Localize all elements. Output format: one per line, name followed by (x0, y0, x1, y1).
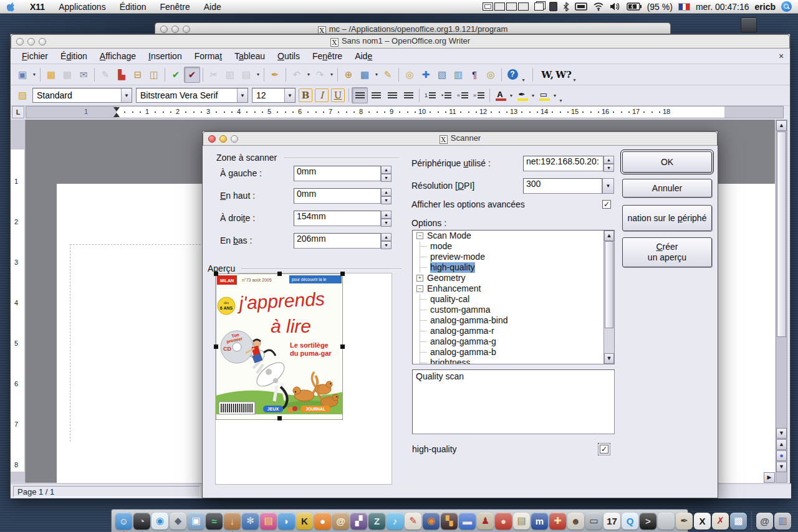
blender-icon[interactable]: ● (314, 513, 331, 530)
writer-menu-affichage[interactable]: Affichage (94, 50, 142, 62)
expand-icon[interactable]: + (416, 275, 423, 282)
volume-icon[interactable] (610, 2, 621, 11)
notes-icon[interactable]: ▤ (513, 513, 530, 530)
tab-type-selector[interactable]: L (12, 106, 24, 118)
quicktime-icon[interactable]: Q (622, 513, 638, 530)
tree-item-high-quality[interactable]: high-quality (413, 262, 614, 273)
scanner-app-icon[interactable]: ▭ (585, 513, 602, 530)
bottom-field-spinner[interactable]: ▲▼ (381, 233, 392, 249)
display-icon[interactable] (575, 2, 587, 12)
numbering-button[interactable]: 1 (422, 87, 438, 103)
menu-fenetre[interactable]: Fenêtre (153, 2, 196, 12)
bluetooth-icon[interactable] (563, 2, 569, 12)
installer-package-icon[interactable]: ↓ (224, 513, 241, 530)
device-info-button[interactable]: nation sur le périphé (622, 205, 712, 231)
underline-button[interactable]: U (331, 88, 345, 102)
dropdown-arrow-icon[interactable]: ▾ (255, 72, 261, 77)
indent-marker[interactable] (113, 107, 120, 117)
insert-table-button[interactable]: ▦ (357, 67, 373, 83)
writer-window-controls[interactable] (11, 38, 51, 45)
toolbox-icon[interactable]: ✚ (549, 513, 566, 530)
navigator-button[interactable]: ✚ (418, 67, 434, 83)
scroll-right-icon[interactable]: ▶ (764, 472, 775, 483)
advanced-options-checkbox[interactable]: ✓ (602, 200, 611, 209)
dashboard-clock-icon[interactable]: ◔ (133, 513, 150, 530)
export-pdf-button[interactable]: ▙ (113, 67, 130, 83)
create-preview-button[interactable]: Créerun aperçu (622, 237, 712, 267)
dropdown-arrow-icon[interactable]: ▾ (508, 93, 514, 98)
left-field-spinner[interactable]: ▲▼ (381, 166, 392, 181)
find-replace-button[interactable]: ◎ (401, 67, 418, 83)
device-spinner[interactable]: ▲▼ (603, 156, 614, 171)
undo-button[interactable]: ↶ (289, 67, 305, 83)
vertical-ruler[interactable]: 12345678 (11, 120, 26, 483)
scrollbar-thumb[interactable] (777, 131, 786, 337)
tree-item-geometry[interactable]: +Geometry (413, 273, 614, 283)
dropdown-arrow-icon[interactable]: ▾ (31, 72, 37, 77)
scroll-up-icon[interactable]: ▲ (776, 120, 787, 131)
workspace-pager[interactable] (483, 2, 529, 11)
writer-menu-tableau[interactable]: Tableau (228, 50, 271, 62)
mc-window-controls[interactable] (155, 26, 195, 33)
selection-handle[interactable] (214, 344, 218, 349)
system-tool-icon[interactable]: ✻ (242, 513, 259, 530)
tree-scrollbar[interactable]: ▲ ▼ (603, 230, 614, 364)
desktop-volume-icon[interactable] (741, 17, 757, 32)
address-book-icon[interactable]: @ (332, 513, 349, 530)
writer-menu-fichier[interactable]: Fichier (16, 50, 54, 62)
tree-item-scan-mode[interactable]: −Scan Mode (413, 230, 614, 241)
top-field-spinner[interactable]: ▲▼ (381, 188, 392, 204)
writer-titlebar[interactable]: XSans nom1 – OpenOffice.org Writer (11, 34, 790, 49)
document-close-icon[interactable]: × (775, 50, 787, 62)
high-quality-checkbox[interactable]: ✓ (600, 445, 608, 454)
ichat-icon[interactable]: ◗ (278, 513, 295, 530)
writer-menu-format[interactable]: Format (188, 50, 228, 62)
tree-item-mode[interactable]: mode (413, 241, 614, 252)
top-field[interactable]: 0mm (294, 188, 381, 204)
font-size-combo-dropdown-icon[interactable]: ▼ (284, 88, 295, 102)
omni-app-icon[interactable]: Z (368, 513, 385, 530)
xcode-icon[interactable]: ◆ (170, 513, 186, 530)
ical-icon[interactable]: 17 (603, 513, 620, 530)
menubar-clock[interactable]: mer. 00:47:16 (696, 2, 749, 12)
collapse-icon[interactable]: − (416, 285, 423, 292)
tree-item-analog-gamma-g[interactable]: analog-gamma-g (413, 336, 614, 347)
paste-button[interactable]: ▤ (238, 67, 254, 83)
left-field[interactable]: 0mm (294, 166, 381, 181)
macro-w1-button[interactable]: W, (539, 67, 555, 83)
toolbar-overflow-icon[interactable]: ▾ (572, 77, 577, 85)
navigation-dot-icon[interactable]: ● (776, 450, 787, 461)
menu-x11[interactable]: X11 (23, 2, 52, 12)
toolbar-overflow-icon[interactable]: ▾ (521, 77, 526, 85)
gimp-icon[interactable]: ☻ (567, 513, 584, 530)
save-button[interactable]: ▦ (59, 67, 75, 83)
draw-functions-button[interactable]: ✎ (380, 67, 396, 83)
zoom-button[interactable]: ◎ (483, 67, 499, 83)
paragraph-style-combo-dropdown-icon[interactable]: ▼ (121, 88, 132, 102)
bullets-button[interactable]: • (438, 87, 454, 103)
terminal-icon[interactable]: > (640, 513, 656, 530)
hyperlink-button[interactable]: ⊕ (340, 67, 357, 83)
paragraph-style-combo[interactable]: Standard▼ (32, 88, 132, 103)
selection-handle[interactable] (340, 272, 345, 276)
right-field[interactable]: 154mm (294, 211, 381, 226)
firefox-icon[interactable]: ◉ (423, 513, 440, 530)
safari-icon[interactable]: ◉ (151, 513, 168, 530)
horizontal-ruler[interactable]: 1123456789101112131415161718 (26, 106, 784, 118)
send-email-button[interactable]: ✉ (75, 67, 92, 83)
new-document-button[interactable]: ▣ (14, 67, 31, 83)
help-button[interactable]: ? (504, 67, 521, 83)
menu-applications[interactable]: Applications (52, 2, 113, 12)
open-button[interactable]: ▦ (43, 67, 59, 83)
scan-preview-area[interactable]: MILAN n°73 août 2005 pour découvrir la l… (215, 273, 392, 485)
autospellcheck-button[interactable]: ✔ (184, 67, 200, 83)
font-name-combo[interactable]: Bitstream Vera Serif▼ (136, 88, 248, 103)
x11-icon[interactable]: X (694, 513, 711, 530)
align-right-button[interactable] (384, 87, 400, 103)
video-app-icon[interactable]: ▞ (350, 513, 367, 530)
print-button[interactable]: ⊟ (130, 67, 146, 83)
red-app-icon[interactable]: ● (495, 513, 512, 530)
font-name-combo-dropdown-icon[interactable]: ▼ (237, 88, 248, 102)
gallery-button[interactable]: ▧ (434, 67, 450, 83)
options-tree[interactable]: −Scan Modemodepreview-modehigh-quality+G… (412, 230, 615, 364)
